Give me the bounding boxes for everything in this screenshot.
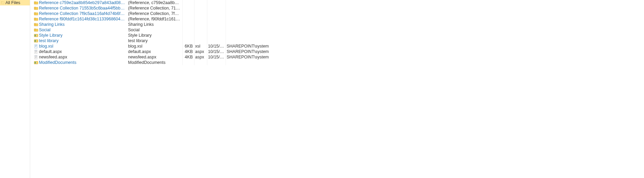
cell-title: test library bbox=[128, 38, 183, 43]
cell-date bbox=[207, 27, 226, 33]
cell-title: default.aspx bbox=[128, 49, 183, 54]
file-row[interactable]: test librarytest library bbox=[30, 38, 294, 43]
library-icon bbox=[34, 33, 38, 38]
cell-date bbox=[207, 38, 226, 43]
cell-type: xsl bbox=[194, 43, 207, 49]
cell-user bbox=[226, 16, 294, 22]
svg-rect-33 bbox=[35, 35, 36, 36]
cell-title: (Reference, c759e2aa8b854eb297… bbox=[128, 0, 183, 5]
svg-rect-15 bbox=[35, 13, 35, 15]
svg-rect-31 bbox=[36, 30, 36, 31]
svg-rect-37 bbox=[36, 40, 37, 42]
cell-title: Social bbox=[128, 27, 183, 33]
svg-rect-29 bbox=[35, 30, 35, 31]
file-list: Reference c759e2aa8b854eb297a843ad088ae0… bbox=[30, 0, 294, 65]
svg-rect-54 bbox=[36, 62, 37, 64]
cell-size: 6KB bbox=[183, 43, 194, 49]
file-name[interactable]: Social bbox=[39, 27, 50, 33]
cell-type bbox=[194, 5, 207, 11]
cell-user bbox=[226, 0, 294, 5]
cell-title: Style Library bbox=[128, 33, 183, 38]
file-name[interactable]: Style Library bbox=[39, 33, 62, 38]
file-row[interactable]: Reference Collection 7f9c5aa116af4d74b6f… bbox=[30, 11, 294, 16]
svg-rect-49 bbox=[35, 56, 37, 57]
cell-name: blog.xsl bbox=[30, 43, 128, 49]
app-root: All Files Reference c759e2aa8b854eb297a8… bbox=[0, 0, 644, 178]
svg-rect-1 bbox=[1, 2, 2, 2]
file-name[interactable]: Reference Collection 7f9c5aa116af4d74b6f… bbox=[39, 11, 127, 16]
cell-user bbox=[226, 27, 294, 33]
main-panel: Reference c759e2aa8b854eb297a843ad088ae0… bbox=[30, 0, 644, 178]
cell-name: newsfeed.aspx bbox=[30, 54, 128, 60]
svg-rect-40 bbox=[35, 46, 37, 46]
file-row[interactable]: Sharing LinksSharing Links bbox=[30, 22, 294, 27]
cell-type bbox=[194, 11, 207, 16]
cell-size bbox=[183, 0, 194, 5]
file-row[interactable]: Reference Collection 71553b5c6baa44f5bb6… bbox=[30, 5, 294, 11]
cell-name: Reference Collection 71553b5c6baa44f5bb6… bbox=[30, 5, 128, 11]
cell-type bbox=[194, 33, 207, 38]
svg-rect-34 bbox=[36, 35, 37, 36]
file-row[interactable]: ModifiedDocumentsModifiedDocuments bbox=[30, 60, 294, 65]
cell-size bbox=[183, 27, 194, 33]
cell-user bbox=[226, 22, 294, 27]
file-name: default.aspx bbox=[39, 49, 62, 54]
cell-date: 10/15/20… bbox=[207, 54, 226, 60]
svg-rect-39 bbox=[35, 45, 37, 46]
cell-user bbox=[226, 5, 294, 11]
svg-rect-50 bbox=[35, 57, 37, 57]
cell-title: (Reference, f90fddf1c1614fd38c1… bbox=[128, 16, 183, 22]
svg-rect-16 bbox=[36, 13, 36, 15]
file-name[interactable]: test library bbox=[39, 38, 59, 43]
svg-rect-41 bbox=[35, 46, 36, 47]
svg-rect-6 bbox=[36, 2, 36, 4]
cell-size: 4KB bbox=[183, 49, 194, 54]
file-name[interactable]: ModifiedDocuments bbox=[39, 60, 76, 65]
cell-name: default.aspx bbox=[30, 49, 128, 54]
cell-name: test library bbox=[30, 38, 128, 43]
sidebar-item-label: All Files bbox=[5, 0, 20, 5]
svg-rect-36 bbox=[35, 40, 36, 42]
cell-title: (Reference Collection, 7f9c5aa11… bbox=[128, 11, 183, 16]
cell-user bbox=[226, 11, 294, 16]
cell-type bbox=[194, 27, 207, 33]
file-row[interactable]: default.aspxdefault.aspx4KBaspx10/15/20…… bbox=[30, 49, 294, 54]
cell-type bbox=[194, 16, 207, 22]
sidebar: All Files bbox=[0, 0, 30, 178]
svg-rect-20 bbox=[35, 19, 35, 20]
cell-date: 10/15/20… bbox=[207, 49, 226, 54]
file-name[interactable]: Reference Collection 71553b5c6baa44f5bb6… bbox=[39, 5, 127, 11]
cell-type bbox=[194, 22, 207, 27]
cell-name: Social bbox=[30, 27, 128, 33]
svg-rect-43 bbox=[35, 50, 37, 51]
sidebar-item-all-files[interactable]: All Files bbox=[0, 0, 30, 5]
file-name[interactable]: Sharing Links bbox=[39, 22, 65, 27]
cell-date bbox=[207, 5, 226, 11]
cell-date bbox=[207, 11, 226, 16]
file-name[interactable]: Reference c759e2aa8b854eb297a843ad088ae0… bbox=[39, 0, 127, 5]
svg-rect-8 bbox=[34, 7, 36, 7]
file-row[interactable]: newsfeed.aspxnewsfeed.aspx4KBaspx10/15/2… bbox=[30, 54, 294, 60]
folder-icon bbox=[34, 17, 38, 21]
file-row[interactable]: Reference f90fddf1c1614fd38c113396860454… bbox=[30, 16, 294, 22]
file-name[interactable]: Reference f90fddf1c1614fd38c113396860454… bbox=[39, 16, 127, 22]
file-name[interactable]: blog.xsl bbox=[39, 43, 53, 49]
library-icon bbox=[34, 39, 38, 43]
svg-rect-25 bbox=[35, 24, 35, 25]
svg-rect-10 bbox=[35, 8, 35, 9]
cell-size bbox=[183, 11, 194, 16]
svg-rect-11 bbox=[36, 8, 36, 9]
svg-rect-14 bbox=[35, 13, 35, 15]
file-row[interactable]: Reference c759e2aa8b854eb297a843ad088ae0… bbox=[30, 0, 294, 5]
cell-type: aspx bbox=[194, 54, 207, 60]
svg-rect-23 bbox=[34, 23, 36, 24]
cell-name: ModifiedDocuments bbox=[30, 60, 128, 65]
file-row[interactable]: SocialSocial bbox=[30, 27, 294, 33]
svg-rect-28 bbox=[34, 29, 36, 29]
cell-name: Reference f90fddf1c1614fd38c113396860454… bbox=[30, 16, 128, 22]
svg-rect-19 bbox=[35, 19, 35, 20]
cell-size bbox=[183, 38, 194, 43]
file-row[interactable]: blog.xslblog.xsl6KBxsl10/15/20…SHAREPOIN… bbox=[30, 43, 294, 49]
svg-rect-13 bbox=[34, 12, 36, 13]
file-row[interactable]: Style LibraryStyle Library bbox=[30, 33, 294, 38]
